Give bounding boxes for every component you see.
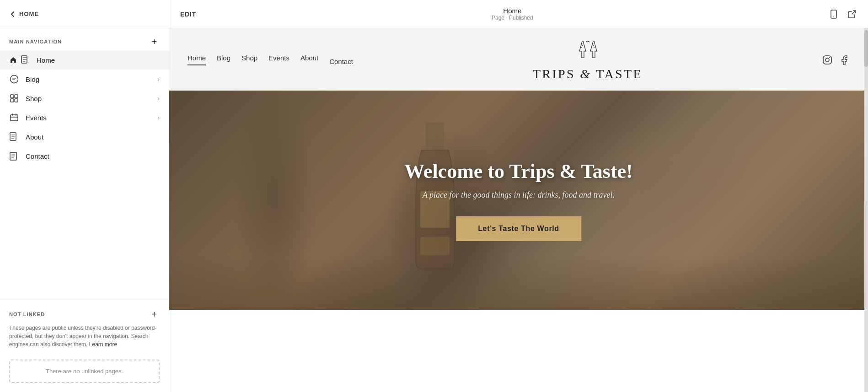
- page-icon: [20, 55, 30, 65]
- svg-point-10: [833, 16, 834, 17]
- home-indicator-icon: [9, 56, 17, 64]
- site-logo-icon: [353, 38, 822, 65]
- sidebar: HOME MAIN NAVIGATION + Home Blog ›: [0, 0, 169, 392]
- svg-point-11: [582, 45, 583, 46]
- contact-icon: [9, 151, 19, 161]
- svg-rect-5: [15, 99, 18, 102]
- sidebar-item-events-label: Events: [26, 114, 157, 122]
- preview-area: Home Blog Shop Events About Contact: [169, 28, 868, 392]
- sidebar-item-contact[interactable]: Contact: [0, 146, 169, 166]
- site-nav-home[interactable]: Home: [188, 54, 206, 65]
- instagram-icon[interactable]: [822, 54, 832, 65]
- site-nav-blog[interactable]: Blog: [217, 54, 230, 65]
- site-nav-shop[interactable]: Shop: [241, 54, 257, 65]
- toolbar: EDIT Home Page · Published: [169, 0, 868, 28]
- svg-rect-2: [11, 95, 14, 98]
- preview-scrollbar-thumb: [864, 30, 868, 67]
- sidebar-item-shop[interactable]: Shop ›: [0, 89, 169, 108]
- svg-point-16: [825, 58, 829, 62]
- events-chevron-icon: ›: [157, 114, 160, 121]
- svg-point-13: [593, 45, 594, 46]
- back-arrow-icon: [9, 11, 16, 18]
- svg-point-17: [829, 57, 830, 58]
- hero-content: Welcome to Trips & Taste! A place for th…: [404, 160, 632, 241]
- svg-rect-3: [15, 95, 18, 98]
- learn-more-link[interactable]: Learn more: [89, 341, 117, 348]
- svg-rect-6: [11, 115, 18, 121]
- sidebar-item-home[interactable]: Home: [0, 50, 169, 70]
- blog-chevron-icon: ›: [157, 75, 160, 83]
- sidebar-header: HOME: [0, 0, 169, 28]
- facebook-icon[interactable]: [840, 54, 850, 65]
- about-icon: [9, 132, 19, 142]
- hero-title: Welcome to Trips & Taste!: [404, 160, 632, 183]
- main-nav-section: MAIN NAVIGATION +: [0, 28, 169, 50]
- svg-rect-15: [823, 56, 831, 64]
- add-nav-item-button[interactable]: +: [150, 37, 160, 47]
- svg-rect-4: [11, 99, 14, 102]
- site-social: [822, 54, 850, 65]
- back-label: HOME: [19, 11, 39, 17]
- sidebar-item-home-label: Home: [37, 56, 160, 64]
- website-preview: Home Blog Shop Events About Contact: [169, 28, 868, 392]
- sidebar-item-blog-label: Blog: [26, 75, 157, 83]
- site-nav-contact[interactable]: Contact: [329, 58, 353, 65]
- preview-scrollbar[interactable]: [864, 28, 868, 392]
- main-nav-title: MAIN NAVIGATION: [9, 39, 62, 44]
- sidebar-item-about-label: About: [26, 133, 160, 141]
- site-nav-about[interactable]: About: [300, 54, 318, 65]
- shop-icon: [9, 93, 19, 103]
- back-button[interactable]: HOME: [9, 11, 39, 18]
- sidebar-item-blog[interactable]: Blog ›: [0, 70, 169, 89]
- blog-icon: [9, 74, 19, 84]
- unlinked-placeholder: There are no unlinked pages.: [9, 360, 160, 383]
- not-linked-description: These pages are public unless they're di…: [9, 324, 160, 349]
- hero-cta-button[interactable]: Let's Taste The World: [456, 216, 581, 241]
- page-status: Page · Published: [492, 15, 533, 21]
- shop-chevron-icon: ›: [157, 95, 160, 102]
- main-content: EDIT Home Page · Published Home Blog Sho…: [169, 0, 868, 392]
- nav-items-list: Home Blog › Shop › Events ›: [0, 50, 169, 300]
- sidebar-item-about[interactable]: About: [0, 127, 169, 146]
- toolbar-center: Home Page · Published: [492, 7, 533, 21]
- not-linked-section: NOT LINKED + These pages are public unle…: [0, 300, 169, 353]
- sidebar-item-events[interactable]: Events ›: [0, 108, 169, 127]
- external-link-button[interactable]: [847, 9, 857, 19]
- edit-button[interactable]: EDIT: [180, 11, 196, 18]
- site-logo: TRIPS & TASTE: [353, 38, 822, 81]
- page-name: Home: [492, 7, 533, 15]
- site-logo-text: TRIPS & TASTE: [353, 67, 822, 81]
- hero-subtitle: A place for the good things in life: dri…: [404, 190, 632, 200]
- site-nav: Home Blog Shop Events About Contact: [169, 28, 868, 91]
- site-nav-links: Home Blog Shop Events About Contact: [188, 54, 353, 65]
- toolbar-actions: [829, 9, 857, 19]
- hero-section: Welcome to Trips & Taste! A place for th…: [169, 91, 868, 310]
- site-nav-events[interactable]: Events: [268, 54, 289, 65]
- sidebar-item-shop-label: Shop: [26, 95, 157, 102]
- not-linked-title: NOT LINKED +: [9, 309, 160, 319]
- svg-point-12: [581, 47, 582, 48]
- mobile-preview-button[interactable]: [829, 9, 839, 19]
- events-icon: [9, 113, 19, 123]
- sidebar-item-contact-label: Contact: [26, 152, 160, 160]
- svg-point-14: [594, 47, 595, 48]
- svg-point-1: [11, 75, 18, 83]
- add-unlinked-button[interactable]: +: [150, 309, 160, 319]
